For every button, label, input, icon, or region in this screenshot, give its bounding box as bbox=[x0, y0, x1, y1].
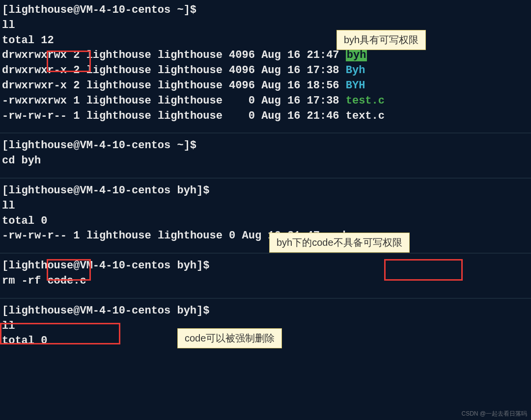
separator bbox=[0, 132, 531, 133]
total-line: total 0 bbox=[0, 214, 531, 229]
terminal-block-4: [lighthouse@VM-4-10-centos byh]$ rm -rf … bbox=[0, 258, 531, 294]
separator bbox=[0, 298, 531, 299]
command-line: cd byh bbox=[0, 154, 531, 169]
prompt-line: [lighthouse@VM-4-10-centos byh]$ bbox=[0, 259, 531, 274]
ls-row: drwxrwxrwx 2 lighthouse lighthouse 4096 … bbox=[0, 48, 531, 63]
ls-row: -rw-rw-r-- 1 lighthouse lighthouse 0 Aug… bbox=[0, 109, 531, 124]
prompt-line: [lighthouse@VM-4-10-centos ~]$ bbox=[0, 3, 531, 18]
ls-row: -rwxrwxrwx 1 lighthouse lighthouse 0 Aug… bbox=[0, 94, 531, 109]
watermark-text: CSDN @一起去看日落吗 bbox=[461, 410, 527, 418]
total-line: total 12 bbox=[0, 33, 531, 49]
annotation-2: byh下的code不具备可写权限 bbox=[269, 233, 410, 253]
command-line: ll bbox=[0, 18, 531, 33]
ls-row: drwxrwxr-x 2 lighthouse lighthouse 4096 … bbox=[0, 63, 531, 79]
ls-row: drwxrwxr-x 2 lighthouse lighthouse 4096 … bbox=[0, 79, 531, 94]
prompt: [lighthouse@VM-4-10-centos ~]$ bbox=[2, 4, 196, 16]
annotation-3: code可以被强制删除 bbox=[177, 328, 282, 348]
command-line: rm -rf code.c bbox=[0, 274, 531, 289]
terminal-block-1: [lighthouse@VM-4-10-centos ~]$ ll total … bbox=[0, 2, 531, 129]
dir-BYH: BYH bbox=[346, 79, 365, 92]
terminal-block-3: [lighthouse@VM-4-10-centos byh]$ ll tota… bbox=[0, 183, 531, 249]
prompt-line: [lighthouse@VM-4-10-centos byh]$ bbox=[0, 184, 531, 199]
separator bbox=[0, 253, 531, 254]
terminal-block-2: [lighthouse@VM-4-10-centos ~]$ cd byh bbox=[0, 137, 531, 174]
dir-byh: byh bbox=[346, 49, 367, 61]
command-line: ll bbox=[0, 199, 531, 214]
separator bbox=[0, 178, 531, 179]
prompt-line: [lighthouse@VM-4-10-centos ~]$ bbox=[0, 138, 531, 154]
annotation-1: byh具有可写权限 bbox=[336, 30, 426, 50]
prompt-line: [lighthouse@VM-4-10-centos byh]$ bbox=[0, 304, 531, 319]
file-text-c: text.c bbox=[346, 110, 385, 122]
dir-Byh: Byh bbox=[346, 64, 365, 77]
ls-row: -rw-rw-r-- 1 lighthouse lighthouse 0 Aug… bbox=[0, 229, 531, 244]
file-test-c: test.c bbox=[346, 95, 385, 107]
